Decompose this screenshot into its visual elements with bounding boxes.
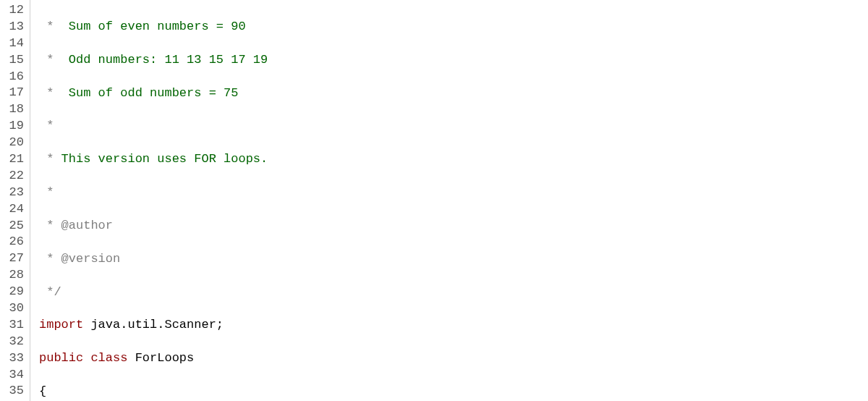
javadoc-tag: @version — [61, 252, 121, 266]
line-number: 14 — [3, 35, 24, 52]
line-number: 23 — [3, 185, 24, 201]
line-number: 21 — [3, 151, 24, 168]
comment-text: * — [39, 152, 61, 166]
javadoc-tag: @author — [61, 219, 113, 232]
code-line[interactable]: public class ForLoops — [39, 350, 868, 367]
line-number: 20 — [3, 135, 24, 151]
class-name: ForLoops — [135, 351, 195, 365]
keyword: class — [90, 351, 127, 365]
line-number: 15 — [3, 52, 24, 69]
line-number: 26 — [3, 234, 24, 250]
comment-text: */ — [39, 285, 61, 299]
keyword: import — [39, 318, 83, 332]
keyword: public — [39, 351, 83, 365]
code-line[interactable]: */ — [39, 284, 868, 301]
code-editor[interactable]: * Sum of even numbers = 90 * Odd numbers… — [30, 0, 868, 401]
line-number: 28 — [3, 267, 24, 284]
line-number: 17 — [3, 85, 24, 101]
comment-content: Odd numbers: 11 13 15 17 19 — [69, 53, 268, 67]
line-number: 18 — [3, 101, 24, 118]
line-number: 12 — [3, 2, 24, 19]
line-number: 13 — [3, 19, 24, 35]
code-text: { — [39, 384, 46, 398]
line-number: 16 — [3, 69, 24, 85]
code-line[interactable]: import java.util.Scanner; — [39, 317, 868, 334]
line-number: 24 — [3, 201, 24, 218]
comment-text: * — [39, 252, 61, 266]
comment-content: Sum of odd numbers = 75 — [69, 86, 239, 100]
comment-text: * — [39, 53, 69, 67]
code-line[interactable]: * @version — [39, 251, 868, 268]
code-line[interactable]: * — [39, 118, 868, 135]
line-number: 31 — [3, 317, 24, 334]
line-number: 32 — [3, 334, 24, 350]
comment-text: * — [39, 219, 61, 232]
line-number: 19 — [3, 118, 24, 135]
code-line[interactable]: { — [39, 384, 868, 400]
comment-text: * — [39, 86, 69, 100]
code-line[interactable]: * This version uses FOR loops. — [39, 151, 868, 168]
code-line[interactable]: * — [39, 185, 868, 201]
code-line[interactable]: * Sum of even numbers = 90 — [39, 19, 868, 35]
line-number: 29 — [3, 284, 24, 300]
line-number: 30 — [3, 300, 24, 317]
line-number: 22 — [3, 168, 24, 185]
comment-content: Sum of even numbers = 90 — [69, 20, 246, 33]
line-number-gutter: 12 13 14 15 16 17 18 19 20 21 22 23 24 2… — [0, 0, 30, 401]
code-text: java.util.Scanner; — [83, 318, 224, 332]
line-number: 33 — [3, 350, 24, 367]
comment-text: * — [39, 20, 69, 33]
comment-text: * — [39, 185, 54, 199]
line-number: 34 — [3, 367, 24, 384]
code-line[interactable]: * Sum of odd numbers = 75 — [39, 85, 868, 102]
comment-content: This version uses FOR loops. — [61, 152, 268, 166]
code-line[interactable]: * Odd numbers: 11 13 15 17 19 — [39, 52, 868, 69]
line-number: 35 — [3, 383, 24, 400]
comment-text: * — [39, 119, 54, 132]
code-line[interactable]: * @author — [39, 218, 868, 235]
line-number: 25 — [3, 218, 24, 235]
line-number: 27 — [3, 250, 24, 267]
